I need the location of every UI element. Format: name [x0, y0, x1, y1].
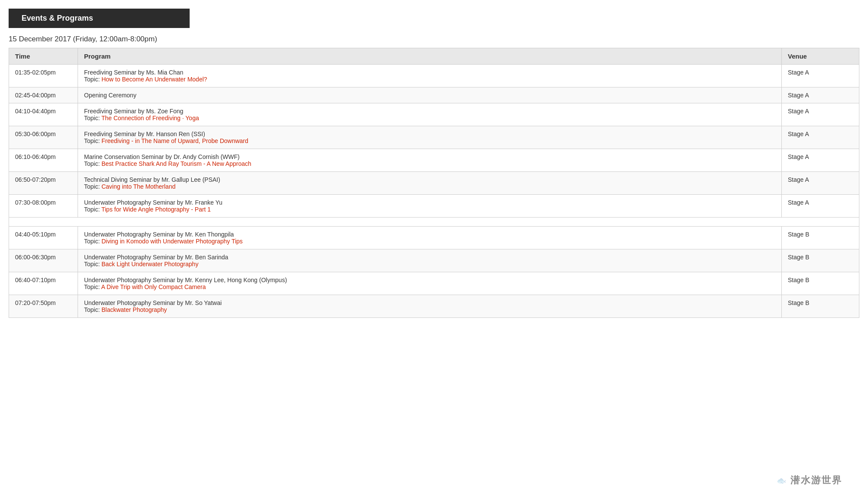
col-header-time: Time [9, 48, 78, 65]
program-cell: Freediving Seminar by Ms. Zoe FongTopic:… [78, 103, 782, 126]
venue-cell: Stage A [782, 65, 859, 87]
col-header-program: Program [78, 48, 782, 65]
topic-link[interactable]: Diving in Komodo with Underwater Photogr… [101, 238, 243, 245]
col-header-venue: Venue [782, 48, 859, 65]
program-title: Underwater Photography Seminar by Mr. Be… [84, 254, 775, 261]
program-topic: Topic: Freediving - in The Name of Upwar… [84, 137, 775, 144]
table-row: 04:10-04:40pmFreediving Seminar by Ms. Z… [9, 103, 859, 126]
venue-cell: Stage A [782, 87, 859, 103]
program-cell: Freediving Seminar by Ms. Mia ChanTopic:… [78, 65, 782, 87]
topic-link[interactable]: How to Become An Underwater Model? [101, 76, 207, 83]
topic-label: Topic: [84, 283, 101, 290]
topic-label: Topic: [84, 183, 101, 190]
table-row: 06:00-06:30pmUnderwater Photography Semi… [9, 249, 859, 272]
program-topic: Topic: A Dive Trip with Only Compact Cam… [84, 283, 775, 290]
schedule-table: Time Program Venue 01:35-02:05pmFreedivi… [9, 48, 859, 318]
program-title: Technical Diving Seminar by Mr. Gallup L… [84, 176, 775, 183]
table-row: 06:50-07:20pmTechnical Diving Seminar by… [9, 172, 859, 195]
time-cell: 07:30-08:00pm [9, 195, 78, 218]
venue-cell: Stage A [782, 103, 859, 126]
topic-label: Topic: [84, 76, 101, 83]
program-title: Freediving Seminar by Ms. Zoe Fong [84, 108, 775, 115]
topic-link[interactable]: Tips for Wide Angle Photography - Part 1 [101, 206, 211, 213]
venue-cell: Stage A [782, 195, 859, 218]
program-title: Freediving Seminar by Ms. Mia Chan [84, 69, 775, 76]
topic-label: Topic: [84, 160, 101, 167]
program-title: Underwater Photography Seminar by Mr. Ke… [84, 277, 775, 283]
program-title: Underwater Photography Seminar by Mr. Fr… [84, 199, 775, 206]
time-cell: 05:30-06:00pm [9, 126, 78, 149]
topic-label: Topic: [84, 238, 101, 245]
program-topic: Topic: Best Practice Shark And Ray Touri… [84, 160, 775, 167]
time-cell: 06:00-06:30pm [9, 249, 78, 272]
table-row: 04:40-05:10pmUnderwater Photography Semi… [9, 227, 859, 249]
program-topic: Topic: Diving in Komodo with Underwater … [84, 238, 775, 245]
topic-link[interactable]: Back Light Underwater Photography [101, 261, 198, 268]
program-topic: Topic: Tips for Wide Angle Photography -… [84, 206, 775, 213]
program-topic: Topic: Back Light Underwater Photography [84, 261, 775, 268]
program-title: Freediving Seminar by Mr. Hanson Ren (SS… [84, 131, 775, 137]
page-title: Events & Programs [22, 14, 93, 22]
topic-link[interactable]: A Dive Trip with Only Compact Camera [101, 283, 206, 290]
table-row: 06:40-07:10pmUnderwater Photography Semi… [9, 272, 859, 295]
venue-cell: Stage A [782, 126, 859, 149]
topic-link[interactable]: Caving into The Motherland [101, 183, 175, 190]
program-topic: Topic: How to Become An Underwater Model… [84, 76, 775, 83]
program-cell: Underwater Photography Seminar by Mr. Ke… [78, 227, 782, 249]
topic-label: Topic: [84, 306, 101, 313]
program-cell: Underwater Photography Seminar by Mr. Fr… [78, 195, 782, 218]
time-cell: 04:10-04:40pm [9, 103, 78, 126]
table-row: 07:20-07:50pmUnderwater Photography Semi… [9, 295, 859, 318]
table-row: 07:30-08:00pmUnderwater Photography Semi… [9, 195, 859, 218]
spacer-row [9, 218, 859, 227]
topic-label: Topic: [84, 137, 101, 144]
program-topic: Topic: Caving into The Motherland [84, 183, 775, 190]
program-cell: Technical Diving Seminar by Mr. Gallup L… [78, 172, 782, 195]
topic-link[interactable]: The Connection of Freediving · Yoga [101, 115, 199, 121]
program-cell: Underwater Photography Seminar by Mr. So… [78, 295, 782, 318]
table-row: 06:10-06:40pmMarine Conservation Seminar… [9, 149, 859, 172]
time-cell: 02:45-04:00pm [9, 87, 78, 103]
time-cell: 06:40-07:10pm [9, 272, 78, 295]
table-row: 05:30-06:00pmFreediving Seminar by Mr. H… [9, 126, 859, 149]
page-header: Events & Programs [9, 9, 190, 28]
program-topic: Topic: The Connection of Freediving · Yo… [84, 115, 775, 121]
topic-link[interactable]: Best Practice Shark And Ray Tourism - A … [101, 160, 251, 167]
program-title: Underwater Photography Seminar by Mr. Ke… [84, 231, 775, 238]
venue-cell: Stage A [782, 149, 859, 172]
venue-cell: Stage B [782, 227, 859, 249]
watermark: 🐟 潜水游世界 [777, 474, 842, 487]
topic-link[interactable]: Freediving - in The Name of Upward, Prob… [101, 137, 248, 144]
venue-cell: Stage B [782, 295, 859, 318]
topic-link[interactable]: Blackwater Photography [101, 306, 167, 313]
topic-label: Topic: [84, 261, 101, 268]
time-cell: 04:40-05:10pm [9, 227, 78, 249]
time-cell: 07:20-07:50pm [9, 295, 78, 318]
venue-cell: Stage A [782, 172, 859, 195]
program-title: Opening Ceremony [84, 92, 775, 99]
table-row: 01:35-02:05pmFreediving Seminar by Ms. M… [9, 65, 859, 87]
time-cell: 01:35-02:05pm [9, 65, 78, 87]
time-cell: 06:10-06:40pm [9, 149, 78, 172]
program-cell: Marine Conservation Seminar by Dr. Andy … [78, 149, 782, 172]
venue-cell: Stage B [782, 249, 859, 272]
program-title: Marine Conservation Seminar by Dr. Andy … [84, 153, 775, 160]
venue-cell: Stage B [782, 272, 859, 295]
table-row: 02:45-04:00pmOpening CeremonyStage A [9, 87, 859, 103]
program-cell: Opening Ceremony [78, 87, 782, 103]
program-title: Underwater Photography Seminar by Mr. So… [84, 299, 775, 306]
program-cell: Underwater Photography Seminar by Mr. Ke… [78, 272, 782, 295]
program-cell: Freediving Seminar by Mr. Hanson Ren (SS… [78, 126, 782, 149]
program-cell: Underwater Photography Seminar by Mr. Be… [78, 249, 782, 272]
time-cell: 06:50-07:20pm [9, 172, 78, 195]
program-topic: Topic: Blackwater Photography [84, 306, 775, 313]
topic-label: Topic: [84, 115, 101, 121]
date-heading: 15 December 2017 (Friday, 12:00am-8:00pm… [9, 35, 859, 44]
table-header-row: Time Program Venue [9, 48, 859, 65]
topic-label: Topic: [84, 206, 101, 213]
